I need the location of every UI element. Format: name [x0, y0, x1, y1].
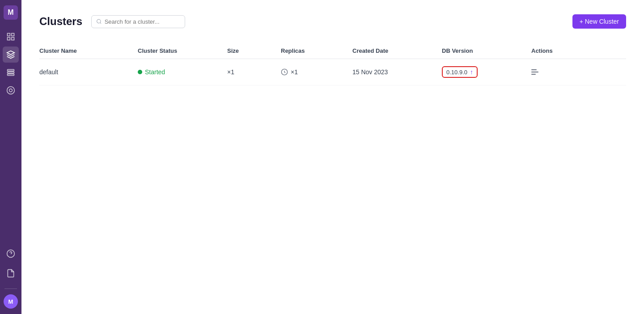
- svg-rect-5: [8, 72, 14, 73]
- new-cluster-button[interactable]: + New Cluster: [572, 14, 626, 29]
- docs-icon[interactable]: [3, 265, 19, 281]
- cell-created-date: 15 Nov 2023: [352, 68, 442, 76]
- help-icon[interactable]: [3, 246, 19, 262]
- sidebar-logo[interactable]: M: [4, 5, 18, 20]
- col-header-status: Cluster Status: [138, 47, 227, 54]
- replica-icon: [281, 68, 288, 76]
- sidebar-item-grid[interactable]: [3, 29, 19, 45]
- cell-cluster-status: Started: [138, 68, 227, 76]
- cell-cluster-name: default: [39, 68, 138, 76]
- replica-cell: ×1: [281, 68, 352, 76]
- page-header: Clusters + New Cluster: [39, 14, 626, 29]
- cell-actions[interactable]: [531, 69, 585, 75]
- status-dot: [138, 70, 142, 74]
- sidebar-item-clusters[interactable]: [3, 47, 19, 63]
- sidebar-divider: [4, 289, 17, 289]
- upgrade-icon[interactable]: ↑: [470, 68, 473, 76]
- svg-rect-2: [8, 38, 10, 40]
- col-header-created-date: Created Date: [352, 47, 442, 54]
- col-header-db-version: DB Version: [442, 47, 531, 54]
- search-input[interactable]: [105, 18, 180, 25]
- table-header: Cluster Name Cluster Status Size Replica…: [39, 43, 626, 59]
- header-left: Clusters: [39, 15, 185, 28]
- col-header-replicas: Replicas: [281, 47, 352, 54]
- sidebar-bottom: M: [3, 246, 19, 309]
- svg-point-8: [9, 89, 13, 92]
- svg-rect-6: [8, 74, 14, 75]
- db-version-text: 0.10.9.0: [446, 69, 467, 76]
- table-row: default Started ×1 ×1 15 Nov 2023: [39, 59, 626, 85]
- svg-line-12: [100, 22, 101, 23]
- sidebar-item-analytics[interactable]: [3, 82, 19, 98]
- svg-point-7: [7, 87, 15, 94]
- main-content: Clusters + New Cluster Cluster Name Clus…: [21, 0, 644, 314]
- cell-db-version[interactable]: 0.10.9.0 ↑: [442, 66, 531, 78]
- svg-rect-1: [12, 34, 14, 36]
- page-title: Clusters: [39, 15, 82, 28]
- status-badge: Started: [138, 68, 227, 76]
- svg-point-11: [97, 19, 101, 23]
- col-header-name: Cluster Name: [39, 47, 138, 54]
- clusters-table: Cluster Name Cluster Status Size Replica…: [39, 43, 626, 85]
- cell-size: ×1: [227, 68, 281, 76]
- cell-replicas: ×1: [281, 68, 352, 76]
- db-version-badge[interactable]: 0.10.9.0 ↑: [442, 66, 478, 78]
- svg-rect-4: [8, 69, 14, 71]
- col-header-size: Size: [227, 47, 281, 54]
- svg-rect-0: [8, 34, 10, 36]
- search-box[interactable]: [91, 15, 185, 28]
- status-label: Started: [145, 68, 165, 76]
- replicas-count: ×1: [291, 68, 298, 76]
- search-icon: [96, 18, 102, 25]
- svg-rect-3: [12, 38, 14, 40]
- user-avatar[interactable]: M: [4, 294, 18, 309]
- actions-menu-icon[interactable]: [531, 69, 585, 75]
- col-header-actions: Actions: [531, 47, 585, 54]
- sidebar: M M: [0, 0, 21, 314]
- sidebar-item-collections[interactable]: [3, 64, 19, 81]
